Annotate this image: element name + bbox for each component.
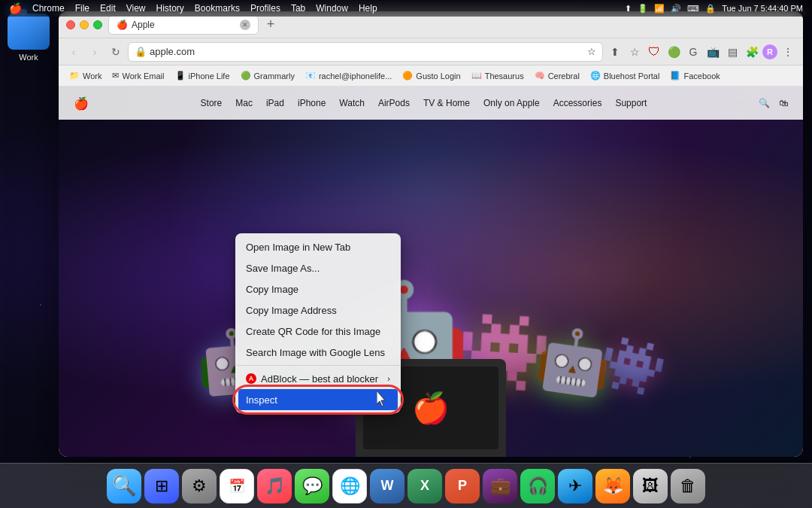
dock-calendar[interactable]: 📅 bbox=[220, 469, 254, 503]
dock-messages[interactable]: 💬 bbox=[295, 469, 329, 503]
context-adblock[interactable]: A AdBlock — best ad blocker › bbox=[235, 368, 401, 389]
dock-ppt[interactable]: P bbox=[445, 469, 480, 503]
apple-menu-icon[interactable]: 🍎 bbox=[9, 2, 22, 14]
work-folder-icon[interactable] bbox=[8, 14, 50, 50]
nav-accessories[interactable]: Accessories bbox=[553, 98, 602, 108]
close-window-button[interactable] bbox=[66, 20, 75, 29]
address-bar[interactable]: 🔒 apple.com ☆ bbox=[128, 42, 603, 62]
share-icon[interactable]: ⬆ bbox=[606, 43, 624, 61]
bookmark-facebook[interactable]: 📘 Facebook bbox=[665, 69, 724, 82]
sidebar-toggle[interactable]: ▤ bbox=[723, 43, 741, 61]
context-copy-image[interactable]: Copy Image bbox=[235, 278, 401, 300]
dock-system-prefs[interactable]: ⚙ bbox=[182, 469, 217, 503]
dock-excel[interactable]: X bbox=[408, 469, 442, 503]
dock-music[interactable]: 🎵 bbox=[257, 469, 292, 503]
view-menu[interactable]: View bbox=[126, 3, 146, 14]
grammarly-icon[interactable]: G bbox=[684, 43, 702, 61]
chrome-menu[interactable]: Chrome bbox=[32, 3, 65, 14]
nav-iphone[interactable]: iPhone bbox=[298, 98, 326, 108]
nav-tv[interactable]: TV & Home bbox=[423, 98, 470, 108]
volume-icon: 🔊 bbox=[671, 4, 681, 14]
help-menu[interactable]: Help bbox=[359, 3, 377, 14]
bookmark-bluehost[interactable]: 🌐 Bluehost Portal bbox=[586, 69, 665, 82]
context-qr-code[interactable]: Create QR Code for this Image bbox=[235, 321, 401, 342]
apple-logo[interactable]: 🍎 bbox=[74, 96, 89, 111]
apple-nav-items: Store Mac iPad iPhone Watch AirPods TV &… bbox=[201, 98, 647, 108]
dock-preview[interactable]: 🖼 bbox=[633, 469, 668, 503]
context-google-lens[interactable]: Search Image with Google Lens bbox=[235, 342, 401, 363]
more-menu-icon[interactable]: ⋮ bbox=[779, 43, 797, 61]
nav-search-icon[interactable]: 🔍 bbox=[759, 98, 770, 108]
dock: 🔍 ⊞ ⚙ 📅 🎵 💬 🌐 W X P 💼 🎧 ✈ bbox=[0, 463, 812, 508]
browser-window: 🍎 Apple ✕ + ‹ › ↻ 🔒 apple.com ☆ ⬆ ☆ 🛡 🟢 bbox=[59, 11, 803, 457]
bookmark-cerebral[interactable]: 🧠 Cerebral bbox=[530, 69, 584, 82]
forward-button[interactable]: › bbox=[86, 43, 104, 61]
context-open-image[interactable]: Open Image in New Tab bbox=[235, 236, 401, 257]
history-menu[interactable]: History bbox=[156, 3, 184, 14]
window-menu[interactable]: Window bbox=[316, 3, 348, 14]
refresh-button[interactable]: ↻ bbox=[107, 43, 125, 61]
keyboard-icon: ⌨ bbox=[687, 4, 699, 14]
screencast-icon[interactable]: 📺 bbox=[704, 43, 722, 61]
star-icon[interactable]: ☆ bbox=[587, 46, 596, 57]
nav-mac[interactable]: Mac bbox=[235, 98, 253, 108]
edit-menu[interactable]: Edit bbox=[100, 3, 116, 14]
back-button[interactable]: ‹ bbox=[65, 43, 83, 61]
dock-finder[interactable]: 🔍 bbox=[107, 469, 141, 503]
bookmark-gusto[interactable]: 🟠 Gusto Login bbox=[398, 69, 465, 82]
nav-support[interactable]: Support bbox=[615, 98, 647, 108]
context-copy-address[interactable]: Copy Image Address bbox=[235, 300, 401, 321]
dock-safari[interactable]: ✈ bbox=[558, 469, 592, 503]
maximize-window-button[interactable] bbox=[93, 20, 102, 29]
adblock-arrow-icon: › bbox=[387, 374, 390, 383]
nav-store[interactable]: Store bbox=[201, 98, 223, 108]
context-inspect[interactable]: Inspect bbox=[238, 389, 398, 410]
nav-ipad[interactable]: iPad bbox=[266, 98, 284, 108]
profile-icon[interactable]: R bbox=[762, 44, 777, 59]
svg-marker-0 bbox=[377, 391, 385, 406]
minimize-window-button[interactable] bbox=[80, 20, 89, 29]
tab-menu[interactable]: Tab bbox=[291, 3, 305, 14]
nav-airpods[interactable]: AirPods bbox=[378, 98, 410, 108]
sidebar-folder[interactable]: Work bbox=[8, 14, 50, 62]
nav-only-apple[interactable]: Only on Apple bbox=[483, 98, 540, 108]
browser-tab[interactable]: 🍎 Apple ✕ bbox=[108, 15, 259, 35]
dock-firefox[interactable]: 🦊 bbox=[595, 469, 630, 503]
bookmark-bluehost-icon: 🌐 bbox=[590, 71, 601, 81]
adblock-label: AdBlock — best ad blocker bbox=[261, 373, 378, 385]
dock-spotify[interactable]: 🎧 bbox=[520, 469, 555, 503]
tab-bar: 🍎 Apple ✕ + bbox=[108, 15, 795, 35]
address-text: apple.com bbox=[150, 46, 584, 57]
profiles-menu[interactable]: Profiles bbox=[250, 3, 280, 14]
adblock-icon[interactable]: 🛡 bbox=[645, 43, 663, 61]
bookmark-email-icon: ✉ bbox=[112, 71, 119, 81]
chrome-extension-icon[interactable]: 🟢 bbox=[665, 43, 683, 61]
extensions-icon[interactable]: 🧩 bbox=[743, 43, 761, 61]
bookmark-grammarly[interactable]: 🟢 Grammarly bbox=[236, 69, 299, 82]
bookmark-iphone-life[interactable]: 📱 iPhone Life bbox=[171, 69, 235, 82]
bookmark-icon[interactable]: ☆ bbox=[626, 43, 644, 61]
dock-chrome[interactable]: 🌐 bbox=[332, 469, 367, 503]
dock-slack[interactable]: 💼 bbox=[483, 469, 517, 503]
dock-word[interactable]: W bbox=[370, 469, 404, 503]
context-save-image[interactable]: Save Image As... bbox=[235, 257, 401, 278]
context-divider-1 bbox=[235, 365, 401, 366]
figure-6: 👾 bbox=[600, 335, 665, 397]
nav-watch[interactable]: Watch bbox=[339, 98, 365, 108]
copy-address-label: Copy Image Address bbox=[246, 305, 337, 316]
dock-launchpad[interactable]: ⊞ bbox=[144, 469, 179, 503]
bookmark-rachel[interactable]: 📧 rachel@iphonelife... bbox=[301, 69, 396, 82]
bookmark-work[interactable]: 📁 Work bbox=[65, 69, 106, 82]
file-menu[interactable]: File bbox=[75, 3, 89, 14]
bookmark-grammarly-icon: 🟢 bbox=[241, 71, 251, 81]
bookmark-gusto-label: Gusto Login bbox=[416, 71, 460, 81]
dock-trash[interactable]: 🗑 bbox=[671, 469, 705, 503]
battery-icon: 🔋 bbox=[638, 4, 648, 14]
bookmark-work-email[interactable]: ✉ Work Email bbox=[108, 69, 168, 82]
tab-close-button[interactable]: ✕ bbox=[240, 20, 250, 30]
new-tab-button[interactable]: + bbox=[262, 16, 280, 34]
bookmark-thesaurus[interactable]: 📖 Thesaurus bbox=[467, 69, 529, 82]
nav-bag-icon[interactable]: 🛍 bbox=[779, 98, 788, 108]
bookmark-cerebral-icon: 🧠 bbox=[535, 71, 545, 81]
bookmarks-menu[interactable]: Bookmarks bbox=[195, 3, 240, 14]
